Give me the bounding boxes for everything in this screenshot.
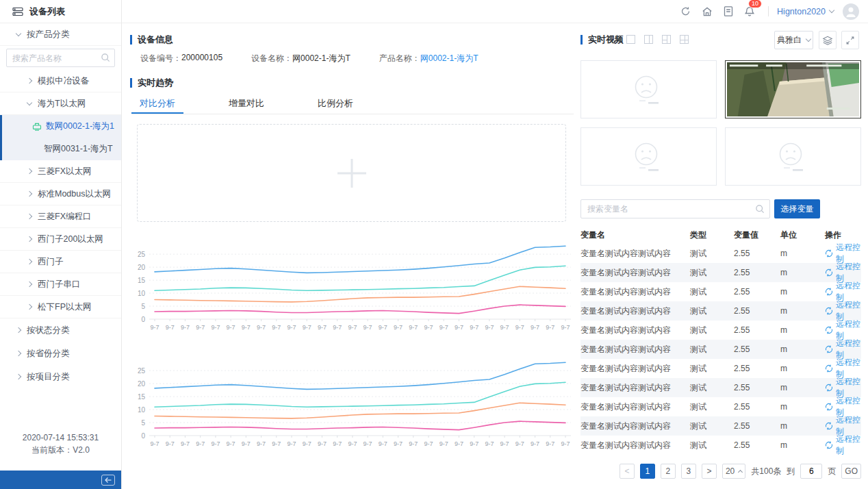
- cell-name: 变量名测试内容测试内容: [580, 248, 690, 260]
- cell-name: 变量名测试内容测试内容: [580, 267, 690, 279]
- sidebar-group-item[interactable]: 按项目分类: [0, 365, 121, 388]
- page-button[interactable]: 1: [640, 464, 655, 479]
- svg-text:9-7: 9-7: [287, 324, 296, 331]
- prev-page-button[interactable]: <: [620, 464, 635, 479]
- trend-chart-2[interactable]: 05101520259-79-79-79-79-79-79-79-79-79-7…: [131, 353, 575, 457]
- variable-row: 变量名测试内容测试内容测试2.55m远程控制: [580, 397, 861, 416]
- search-icon[interactable]: [101, 53, 110, 62]
- cell-type: 测试: [690, 401, 734, 413]
- select-variable-button[interactable]: 选择变量: [774, 199, 820, 218]
- remote-control-link[interactable]: 远程控制: [825, 434, 861, 457]
- variable-search-input[interactable]: [580, 199, 770, 218]
- video-cell-placeholder[interactable]: [725, 127, 861, 186]
- caret-right-icon: [16, 374, 21, 379]
- svg-text:9-7: 9-7: [318, 324, 327, 331]
- layers-button[interactable]: [819, 31, 837, 49]
- svg-text:9-7: 9-7: [531, 324, 539, 331]
- svg-text:9-7: 9-7: [470, 324, 478, 331]
- sidebar-item[interactable]: 模拟中冶设备: [0, 70, 121, 92]
- cell-value: 2.55: [734, 268, 780, 277]
- cell-type: 测试: [690, 440, 734, 451]
- go-button[interactable]: GO: [841, 464, 861, 479]
- sidebar-item[interactable]: 西门子200以太网: [0, 228, 121, 251]
- sidebar-group-item[interactable]: 按状态分类: [0, 318, 121, 342]
- sidebar-group-item[interactable]: 按省份分类: [0, 342, 121, 365]
- chevron-up-icon: [738, 470, 743, 475]
- notification-badge: 10: [748, 0, 762, 8]
- layout-1-view-icon[interactable]: [626, 35, 635, 44]
- remote-control-icon: [825, 345, 833, 353]
- sidebar-item[interactable]: 标准Modbus以太网: [0, 183, 121, 205]
- caret-right-icon: [27, 214, 32, 219]
- add-chart-placeholder[interactable]: [137, 124, 566, 222]
- trend-tabs: 对比分析增量对比比例分析: [131, 95, 574, 114]
- cell-name: 变量名测试内容测试内容: [580, 286, 690, 298]
- svg-text:0: 0: [141, 432, 145, 440]
- cell-name: 变量名测试内容测试内容: [580, 344, 690, 355]
- svg-text:15: 15: [138, 277, 146, 284]
- variable-row: 变量名测试内容测试内容测试2.55m远程控制: [580, 263, 861, 282]
- video-layout-switcher: [626, 35, 689, 44]
- product-search-input[interactable]: [6, 49, 115, 67]
- theme-select[interactable]: 典雅白: [774, 31, 813, 49]
- sidebar-meta: 2020-07-14 15:53:31 当前版本：V2.0: [0, 431, 121, 456]
- video-cell-live[interactable]: [725, 60, 861, 118]
- user-menu[interactable]: Hignton2020: [777, 7, 834, 16]
- no-video-face-icon: [772, 141, 815, 173]
- fullscreen-expand-icon[interactable]: [841, 31, 859, 49]
- sidebar-item[interactable]: 西门子串口: [0, 273, 121, 296]
- home-icon[interactable]: [696, 5, 717, 18]
- svg-text:9-7: 9-7: [561, 440, 570, 447]
- sidebar-item[interactable]: 智网0031-1-海为T: [2, 138, 121, 160]
- cell-type: 测试: [690, 421, 734, 432]
- svg-text:20: 20: [138, 264, 146, 271]
- svg-text:9-7: 9-7: [409, 440, 418, 447]
- sidebar-title: 设备列表: [29, 5, 65, 18]
- avatar[interactable]: [843, 3, 859, 20]
- trend-tab[interactable]: 比例分析: [309, 95, 361, 114]
- sidebar-item[interactable]: 海为T以太网: [0, 92, 121, 115]
- svg-text:10: 10: [138, 290, 146, 297]
- sidebar-item[interactable]: 松下FP以太网: [0, 296, 121, 318]
- sidebar-header: 设备列表: [0, 0, 121, 23]
- notifications-bell-icon[interactable]: 10: [739, 5, 760, 18]
- layout-3-view-icon[interactable]: [662, 35, 671, 44]
- svg-text:9-7: 9-7: [333, 324, 342, 331]
- svg-text:9-7: 9-7: [394, 440, 403, 447]
- remote-control-icon: [825, 403, 833, 411]
- chevron-down-icon: [829, 8, 834, 13]
- video-cell-placeholder[interactable]: [580, 60, 717, 118]
- svg-text:9-7: 9-7: [227, 324, 235, 331]
- sidebar-item[interactable]: 数网0002-1-海为1: [2, 115, 121, 138]
- svg-text:9-7: 9-7: [166, 324, 175, 331]
- video-title: 实时视频: [580, 34, 624, 46]
- document-icon[interactable]: [717, 5, 739, 17]
- sidebar-group-label: 按状态分类: [27, 325, 70, 336]
- sidebar-item[interactable]: 西门子: [0, 251, 121, 273]
- trend-chart-1[interactable]: 05101520259-79-79-79-79-79-79-79-79-79-7…: [131, 237, 575, 341]
- video-cell-placeholder[interactable]: [580, 127, 717, 186]
- refresh-icon[interactable]: [675, 5, 696, 17]
- variable-row: 变量名测试内容测试内容测试2.55m远程控制: [580, 321, 861, 340]
- svg-text:5: 5: [141, 303, 145, 310]
- svg-text:25: 25: [138, 367, 146, 375]
- trend-tab[interactable]: 增量对比: [220, 95, 272, 114]
- page-size-select[interactable]: 20: [722, 464, 745, 479]
- trend-tab[interactable]: 对比分析: [131, 95, 183, 114]
- sidebar-group-product[interactable]: 按产品分类: [0, 23, 121, 46]
- collapse-sidebar-button[interactable]: [101, 475, 115, 486]
- plus-icon: [350, 159, 353, 188]
- goto-page-input[interactable]: [800, 464, 822, 479]
- sidebar-item[interactable]: 三菱FX编程口: [0, 205, 121, 228]
- sidebar-item-label: 三菱FX以太网: [38, 166, 91, 177]
- layout-2-view-icon[interactable]: [644, 35, 653, 44]
- next-page-button[interactable]: >: [702, 464, 717, 479]
- search-icon[interactable]: [755, 204, 765, 214]
- page-button[interactable]: 2: [661, 464, 676, 479]
- col-name: 变量名: [580, 229, 690, 241]
- layout-4-view-icon[interactable]: [680, 35, 689, 44]
- product-name-link[interactable]: 网0002-1-海为T: [420, 53, 478, 64]
- page-button[interactable]: 3: [681, 464, 696, 479]
- sidebar-item[interactable]: 三菱FX以太网: [0, 160, 121, 183]
- svg-text:9-7: 9-7: [515, 324, 524, 331]
